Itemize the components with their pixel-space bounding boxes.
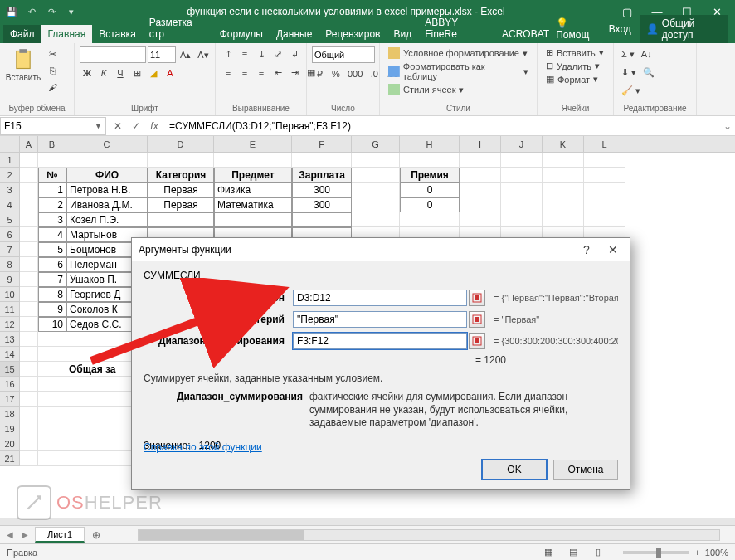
shrink-font-icon[interactable]: A▾ [195, 47, 211, 62]
dialog-help-icon[interactable]: ? [577, 240, 596, 260]
cell[interactable]: 5 [38, 242, 66, 257]
fill-color-icon[interactable]: ◢ [146, 66, 161, 80]
col-header[interactable]: K [543, 136, 584, 152]
view-break-icon[interactable]: ▯ [588, 546, 608, 559]
cell[interactable]: 10 [38, 317, 66, 332]
cell[interactable] [501, 153, 543, 168]
cell[interactable] [352, 212, 400, 227]
font-name-select[interactable] [80, 46, 146, 63]
comma-icon[interactable]: 000 [345, 66, 365, 81]
cell[interactable]: Первая [148, 197, 214, 212]
align-left-icon[interactable]: ≡ [221, 65, 236, 80]
cell[interactable]: 0 [400, 183, 460, 197]
row-header[interactable]: 12 [0, 317, 19, 332]
zoom-out-icon[interactable]: − [613, 548, 618, 558]
percent-icon[interactable]: % [329, 66, 343, 81]
tab-data[interactable]: Данные [270, 25, 319, 43]
cell[interactable] [584, 168, 625, 183]
zoom-level[interactable]: 100% [705, 548, 728, 558]
cell[interactable] [501, 168, 543, 183]
cell[interactable] [543, 168, 584, 183]
cell[interactable] [20, 436, 38, 451]
borders-icon[interactable]: ⊞ [129, 66, 144, 80]
cancel-formula-icon[interactable]: ✕ [110, 118, 126, 134]
cell[interactable]: 9 [38, 302, 66, 317]
cell[interactable] [20, 332, 38, 347]
align-bottom-icon[interactable]: ⤓ [254, 46, 269, 61]
cell[interactable]: Категория [148, 168, 214, 183]
font-size-select[interactable] [148, 46, 176, 63]
cell[interactable] [20, 272, 38, 287]
col-header[interactable]: A [20, 136, 38, 152]
cell[interactable]: Физика [214, 183, 292, 197]
cell[interactable] [584, 212, 625, 227]
cell[interactable] [148, 153, 214, 168]
cell[interactable] [352, 183, 400, 197]
cell[interactable]: 0 [400, 197, 460, 212]
zoom-in-icon[interactable]: + [694, 548, 699, 558]
cell[interactable]: 4 [38, 227, 66, 242]
cond-format-button[interactable]: Условное форматирование ▾ [385, 46, 531, 60]
tell-me[interactable]: 💡 Помощ [556, 17, 601, 41]
dialog-ok-button[interactable]: OK [482, 460, 547, 480]
cell[interactable] [584, 183, 625, 197]
cell[interactable] [543, 212, 584, 227]
row-header[interactable]: 19 [0, 421, 19, 436]
cell[interactable] [352, 153, 400, 168]
cell[interactable] [584, 197, 625, 212]
orientation-icon[interactable]: ⤢ [270, 46, 285, 61]
formula-input[interactable] [166, 120, 720, 132]
find-icon[interactable]: 🔍 [640, 65, 657, 80]
tab-file[interactable]: Файл [3, 25, 41, 43]
cell[interactable]: Математика [214, 197, 292, 212]
cut-icon[interactable]: ✂ [45, 46, 60, 61]
row-header[interactable]: 13 [0, 332, 19, 347]
delete-cells-button[interactable]: ⊟ Удалить ▾ [543, 60, 603, 72]
cell[interactable] [460, 183, 501, 197]
tab-insert[interactable]: Вставка [92, 25, 143, 43]
cell[interactable]: Козел П.Э. [66, 212, 148, 227]
cell[interactable] [38, 332, 66, 347]
cell[interactable] [400, 212, 460, 227]
format-cells-button[interactable]: ▦ Формат ▾ [543, 73, 601, 85]
cell[interactable] [20, 362, 38, 377]
qa-customize-icon[interactable]: ▾ [63, 3, 80, 20]
cell[interactable] [20, 317, 38, 332]
arg-sumrange-input[interactable] [293, 333, 467, 349]
cell[interactable]: 300 [292, 197, 352, 212]
share-button[interactable]: 👤 Общий доступ [640, 15, 728, 43]
italic-button[interactable]: К [96, 66, 111, 80]
cell[interactable]: Премия [400, 168, 460, 183]
cell[interactable] [214, 153, 292, 168]
cell[interactable] [20, 153, 38, 168]
cell[interactable] [148, 212, 214, 227]
enter-formula-icon[interactable]: ✓ [128, 118, 144, 134]
cell[interactable] [501, 197, 543, 212]
row-header[interactable]: 10 [0, 287, 19, 302]
row-header[interactable]: 16 [0, 377, 19, 392]
view-layout-icon[interactable]: ▤ [563, 546, 583, 559]
cell[interactable]: ФИО [66, 168, 148, 183]
row-header[interactable]: 4 [0, 197, 19, 212]
row-header[interactable]: 1 [0, 153, 19, 168]
cell[interactable] [66, 153, 148, 168]
clear-icon[interactable]: 🧹 ▾ [619, 83, 643, 98]
cell[interactable] [501, 183, 543, 197]
indent-inc-icon[interactable]: ⇥ [287, 65, 302, 80]
copy-icon[interactable]: ⎘ [45, 63, 60, 78]
align-middle-icon[interactable]: ≡ [237, 46, 252, 61]
cell[interactable] [20, 227, 38, 242]
row-header[interactable]: 17 [0, 392, 19, 407]
cell[interactable] [38, 347, 66, 362]
qa-redo-icon[interactable]: ↷ [43, 3, 60, 20]
col-header[interactable]: G [352, 136, 400, 152]
col-header[interactable]: E [214, 136, 292, 152]
cell[interactable] [20, 168, 38, 183]
cell[interactable]: № [38, 168, 66, 183]
number-format-select[interactable] [312, 46, 375, 63]
dialog-cancel-button[interactable]: Отмена [553, 460, 618, 480]
cell[interactable]: 300 [292, 183, 352, 197]
cell[interactable] [460, 153, 501, 168]
col-header[interactable]: L [584, 136, 625, 152]
cell[interactable] [20, 197, 38, 212]
